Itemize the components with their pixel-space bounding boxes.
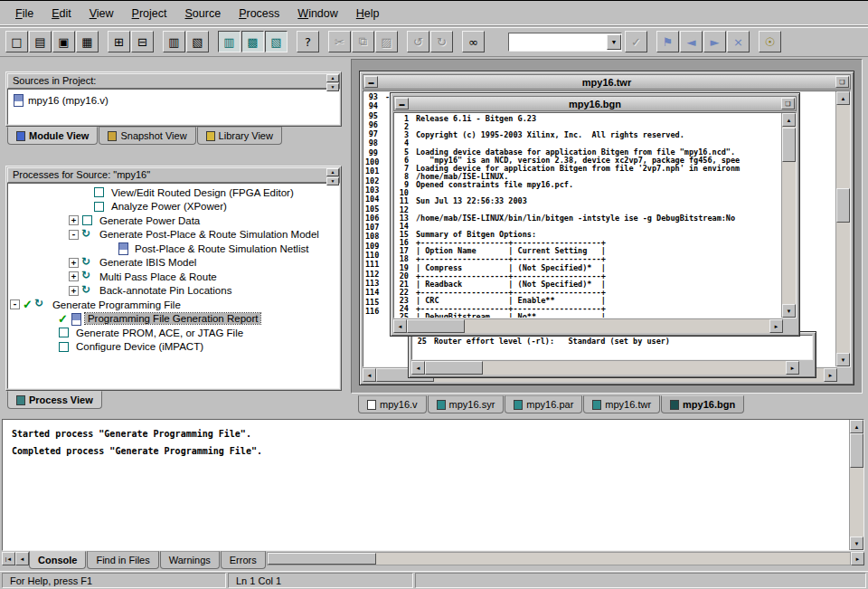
process-item[interactable]: Post-Place & Route Simulation Netlist (10, 242, 339, 256)
par-editor[interactable]: 25 Router effort level (-rl): Standard (… (412, 336, 812, 359)
window-maximize-icon[interactable] (781, 98, 795, 109)
toolbar-button[interactable]: ▨ (375, 31, 398, 52)
panel-scroll-down-button[interactable] (326, 177, 339, 185)
toolbar-button[interactable] (454, 31, 461, 52)
toolbar-button[interactable]: ▤ (29, 31, 52, 52)
toolbar-button[interactable]: ✂ (328, 31, 351, 52)
horizontal-scrollbar[interactable] (267, 552, 851, 565)
toolbar-button[interactable] (648, 31, 656, 52)
scrollbar-track[interactable] (407, 319, 769, 333)
menu-item[interactable]: File (7, 5, 42, 23)
panel-scroll-up-button[interactable] (326, 168, 339, 176)
toolbar-button[interactable]: ↺ (407, 31, 429, 52)
menu-item[interactable]: Project (124, 5, 175, 23)
toolbar-button[interactable]: × (727, 31, 750, 52)
scrollbar-track[interactable] (782, 127, 796, 304)
process-item[interactable]: Programming File Generation Report (10, 312, 339, 327)
console-tab[interactable]: Find in Files (87, 551, 158, 569)
scrollbar-track[interactable] (836, 105, 850, 353)
toolbar-button[interactable] (99, 31, 107, 52)
vertical-scrollbar[interactable] (781, 113, 796, 318)
toolbar-button[interactable]: ⊟ (131, 31, 154, 52)
menu-item[interactable]: Window (289, 5, 345, 23)
process-item[interactable]: - Generate Post-Place & Route Simulation… (10, 228, 339, 242)
scroll-up-icon[interactable] (850, 420, 863, 433)
console-output[interactable]: Started process "Generate Programming Fi… (3, 420, 849, 550)
scrollbar-thumb[interactable] (850, 433, 863, 468)
process-item[interactable]: - Generate Programming File (10, 298, 339, 312)
toolbar-button[interactable]: ▩ (241, 31, 264, 52)
toolbar-button[interactable]: □ (5, 31, 28, 52)
vertical-scrollbar[interactable] (835, 91, 850, 366)
search-input[interactable] (509, 34, 607, 50)
bgn-window-titlebar[interactable]: mpy16.bgn (393, 96, 797, 111)
toolbar-button[interactable] (750, 31, 758, 52)
view-tab[interactable]: Module View (7, 127, 98, 145)
tab-scroll-first-icon[interactable] (2, 552, 15, 565)
view-tab[interactable]: Library View (197, 127, 282, 145)
process-item[interactable]: Generate PROM, ACE, or JTAG File (10, 326, 339, 340)
window-maximize-icon[interactable] (835, 76, 849, 88)
scroll-left-icon[interactable] (363, 368, 376, 382)
window-menu-icon[interactable] (364, 76, 378, 88)
toolbar-button[interactable]: ⧉ (352, 31, 374, 52)
toolbar-button[interactable]: ✓ (625, 31, 647, 52)
twr-window-titlebar[interactable]: mpy16.twr (363, 74, 851, 90)
vertical-scrollbar[interactable] (849, 420, 863, 550)
scroll-right-icon[interactable] (851, 552, 864, 565)
tree-expander[interactable]: + (69, 271, 79, 281)
toolbar-button[interactable]: ▧ (186, 31, 209, 52)
window-menu-icon[interactable] (395, 98, 409, 109)
process-item[interactable]: View/Edit Routed Design (FPGA Editor) (10, 185, 339, 200)
bgn-window[interactable]: mpy16.bgn 1 Release 6.1i - Bitgen G.23 2 (390, 92, 800, 337)
menu-item[interactable]: Source (177, 5, 230, 23)
menu-item[interactable]: Process (231, 5, 288, 23)
tree-expander[interactable]: + (69, 215, 79, 225)
toolbar-button[interactable] (288, 31, 296, 52)
scroll-down-icon[interactable] (836, 353, 850, 366)
document-tab[interactable]: mpy16.syr (428, 395, 505, 413)
horizontal-scrollbar[interactable] (411, 360, 799, 375)
toolbar-button[interactable]: ☉ (759, 31, 781, 52)
panel-scroll-down-button[interactable] (326, 83, 339, 91)
sources-list[interactable]: mpy16 (mpy16.v) (7, 89, 340, 125)
toolbar-button[interactable]: ▧ (265, 31, 288, 52)
scroll-right-icon[interactable] (824, 368, 837, 382)
scrollbar-track[interactable] (850, 433, 863, 537)
toolbar-button[interactable]: ◄ (680, 31, 703, 52)
toolbar-button[interactable]: ↻ (430, 31, 453, 52)
process-view-tab[interactable]: Process View (7, 391, 102, 409)
scrollbar-thumb[interactable] (268, 553, 376, 565)
scrollbar-track[interactable] (425, 361, 786, 375)
console-tab[interactable]: Errors (221, 551, 266, 569)
bgn-editor[interactable]: 1 Release 6.1i - Bitgen G.23 2 3 Copyrig… (394, 113, 781, 318)
toolbar-button[interactable]: ► (703, 31, 726, 52)
toolbar-button[interactable]: ∞ (462, 31, 485, 52)
tree-expander[interactable]: + (69, 286, 79, 296)
process-item[interactable]: Analyze Power (XPower) (10, 200, 339, 214)
toolbar-button[interactable]: ⊞ (108, 31, 130, 52)
toolbar-button[interactable] (399, 31, 406, 52)
toolbar-button[interactable] (155, 31, 162, 52)
process-item[interactable]: + Generate Power Data (10, 214, 339, 228)
scroll-left-icon[interactable] (411, 361, 425, 375)
scroll-up-icon[interactable] (836, 91, 850, 105)
console-tab[interactable]: Warnings (160, 551, 220, 569)
process-tree[interactable]: View/Edit Routed Design (FPGA Editor) An… (7, 183, 340, 389)
menu-item[interactable]: Edit (43, 5, 80, 23)
process-item[interactable]: Configure Device (iMPACT) (10, 340, 339, 355)
document-tab[interactable]: mpy16.bgn (661, 395, 744, 413)
horizontal-scrollbar[interactable] (393, 318, 783, 333)
scroll-left-icon[interactable] (393, 319, 407, 333)
source-item[interactable]: mpy16 (mpy16.v) (12, 93, 335, 107)
search-dropdown-button[interactable] (607, 34, 621, 50)
scroll-down-icon[interactable] (850, 537, 863, 550)
tab-scroll-left-icon[interactable] (15, 552, 29, 565)
toolbar-button[interactable]: ▥ (163, 31, 185, 52)
scrollbar-thumb[interactable] (782, 128, 796, 162)
tree-expander[interactable]: - (69, 230, 79, 240)
toolbar-button[interactable] (320, 31, 327, 52)
scrollbar-thumb[interactable] (425, 361, 483, 375)
toolbar-button[interactable]: ⚑ (656, 31, 679, 52)
panel-scroll-up-button[interactable] (326, 74, 339, 82)
